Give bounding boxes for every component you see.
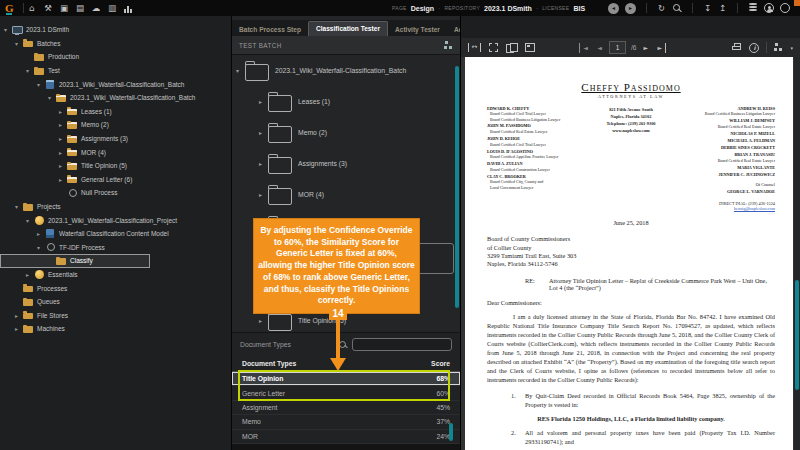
tree-item[interactable]: ▾Batches bbox=[0, 37, 231, 51]
caret-right-icon[interactable]: ▸ bbox=[259, 160, 268, 167]
result-row[interactable]: Assignment45% bbox=[232, 401, 460, 415]
tree-item[interactable]: ▸Essentials bbox=[0, 268, 231, 282]
viewer-scrollbar[interactable] bbox=[795, 280, 799, 390]
search-icon[interactable] bbox=[672, 3, 682, 13]
caret-right-icon[interactable]: ▸ bbox=[37, 230, 45, 237]
tree-item[interactable]: Classify bbox=[0, 254, 150, 268]
batch-tree-options-icon[interactable] bbox=[444, 41, 453, 50]
tree-item[interactable]: ▾2023.1_Wiki_Waterfall-Classification_Ba… bbox=[0, 77, 231, 91]
tree-item[interactable]: ▸MOR (4) bbox=[0, 145, 231, 159]
tab-advanced[interactable]: Advanced bbox=[447, 23, 461, 36]
upload-icon[interactable]: ↥ bbox=[718, 3, 727, 13]
chevron-down-icon[interactable]: ▾ bbox=[790, 45, 793, 51]
batch-tree-item[interactable]: ▸MOR (4) bbox=[232, 179, 454, 210]
tree-item[interactable]: ▸Assignments (3) bbox=[0, 132, 231, 146]
tab-activity-tester[interactable]: Activity Tester bbox=[388, 23, 447, 36]
caret-right-icon[interactable]: ▸ bbox=[259, 98, 268, 105]
caret-right-icon[interactable]: ▸ bbox=[15, 312, 23, 319]
caret-right-icon[interactable]: ▸ bbox=[59, 135, 67, 142]
thumbnails-icon[interactable] bbox=[525, 43, 535, 52]
layout-options-icon[interactable] bbox=[774, 43, 783, 52]
caret-down-icon[interactable]: ▾ bbox=[26, 217, 34, 224]
help-icon[interactable] bbox=[780, 3, 790, 13]
tree-item[interactable]: ▾Projects bbox=[0, 200, 231, 214]
caret-right-icon[interactable]: ▸ bbox=[259, 129, 268, 136]
repository-value[interactable]: 2023.1 DSmith bbox=[484, 5, 532, 12]
tree-item[interactable]: ▸Leases (1) bbox=[0, 105, 231, 119]
caret-right-icon[interactable]: ▸ bbox=[15, 325, 23, 332]
tree-item[interactable]: ▸Title Opinion (5) bbox=[0, 159, 231, 173]
stats-icon[interactable] bbox=[124, 3, 133, 13]
tree-scrollbar[interactable] bbox=[455, 66, 459, 308]
caret-down-icon[interactable]: ▾ bbox=[15, 40, 23, 47]
fitwidth-icon[interactable]: ↔ bbox=[468, 43, 481, 52]
tree-item[interactable]: ▸Waterfall Classification Content Model bbox=[0, 227, 231, 241]
back-icon[interactable]: ◂ bbox=[608, 3, 619, 14]
download-icon[interactable]: ↧ bbox=[703, 3, 712, 13]
copypages-icon[interactable] bbox=[506, 43, 517, 53]
batch-tree-item[interactable]: ▸Leases (1) bbox=[232, 86, 454, 117]
caret-down-icon[interactable]: ▾ bbox=[15, 203, 23, 210]
page-value[interactable]: Design bbox=[411, 5, 434, 12]
last-page-icon[interactable]: ► bbox=[655, 43, 666, 53]
result-row[interactable]: Memo37% bbox=[232, 415, 460, 429]
tab-classification-tester[interactable]: Classification Tester bbox=[308, 21, 388, 36]
print-icon[interactable] bbox=[732, 43, 742, 52]
result-row[interactable]: Generic Letter60% bbox=[232, 386, 460, 400]
caret-right-icon[interactable]: ▸ bbox=[59, 121, 67, 128]
forward-icon[interactable]: ▸ bbox=[625, 3, 636, 14]
caret-down-icon[interactable]: ▾ bbox=[236, 67, 245, 74]
document-types-search-input[interactable] bbox=[352, 338, 452, 351]
home-icon[interactable]: ⌂ bbox=[28, 3, 37, 13]
tree-item[interactable]: Production bbox=[0, 50, 231, 64]
caret-down-icon[interactable]: ▾ bbox=[37, 244, 45, 251]
caret-right-icon[interactable]: ▸ bbox=[259, 317, 268, 324]
tree-item[interactable]: ▸File Stores bbox=[0, 308, 231, 322]
tab-batch-process-step[interactable]: Batch Process Step bbox=[232, 23, 308, 36]
tree-item[interactable]: ▾2023.1_Wiki_Waterfall-Classification_Pr… bbox=[0, 213, 231, 227]
tree-item[interactable]: ▸Memo (2) bbox=[0, 118, 231, 132]
user-icon[interactable] bbox=[764, 3, 774, 13]
caret-right-icon[interactable]: ▸ bbox=[259, 191, 268, 198]
cloud-icon[interactable]: ☁ bbox=[92, 3, 101, 13]
tree-item[interactable]: Queues bbox=[0, 295, 231, 309]
caret-right-icon[interactable]: ▸ bbox=[59, 162, 67, 169]
batch-tree-item[interactable]: ▸Memo (2) bbox=[232, 117, 454, 148]
first-page-icon[interactable]: ◄ bbox=[579, 43, 590, 53]
caret-right-icon[interactable]: ▸ bbox=[26, 271, 34, 278]
caret-right-icon[interactable]: ▸ bbox=[59, 108, 67, 115]
caret-down-icon[interactable]: ▾ bbox=[48, 94, 56, 101]
tree-item[interactable]: ▾2023.1_Wiki_Waterfall-Classification_Ba… bbox=[0, 91, 231, 105]
horizontal-scroll-track[interactable] bbox=[232, 444, 460, 450]
caret-down-icon[interactable]: ▾ bbox=[4, 26, 12, 33]
previous-page-icon[interactable]: ◄ bbox=[595, 43, 604, 53]
batch-tree-item[interactable]: ▸Assignments (3) bbox=[232, 148, 454, 179]
tree-item[interactable]: ▸Machines bbox=[0, 322, 231, 336]
tree-item[interactable]: ▾TF-IDF Process bbox=[0, 241, 231, 255]
refresh-icon[interactable]: ↻ bbox=[657, 3, 666, 13]
fitpage-icon[interactable] bbox=[489, 43, 498, 52]
tree-item[interactable]: ▾Test bbox=[0, 64, 231, 78]
info-icon[interactable]: i bbox=[749, 43, 759, 53]
tree-item[interactable]: ▸General Letter (6) bbox=[0, 173, 231, 187]
caret-right-icon[interactable]: ▸ bbox=[59, 176, 67, 183]
page-number-input[interactable] bbox=[609, 41, 626, 54]
table-scrollbar[interactable] bbox=[449, 423, 453, 441]
database-icon[interactable] bbox=[748, 3, 758, 13]
archive-icon[interactable]: ▣ bbox=[60, 3, 69, 13]
tree-item[interactable]: ▾2023.1 DSmith bbox=[0, 23, 231, 37]
next-page-icon[interactable]: ► bbox=[641, 43, 650, 53]
licensee-value[interactable]: BIS bbox=[573, 5, 585, 12]
result-row[interactable]: Title Opinion68% bbox=[232, 372, 460, 386]
jobs-icon[interactable]: ▥ bbox=[108, 3, 117, 13]
caret-down-icon[interactable]: ▾ bbox=[26, 67, 34, 74]
tree-item[interactable]: Processes bbox=[0, 281, 231, 295]
caret-right-icon[interactable]: ▸ bbox=[59, 149, 67, 156]
content-icon[interactable]: ▤ bbox=[76, 3, 85, 13]
caret-down-icon[interactable]: ▾ bbox=[37, 81, 45, 88]
result-row[interactable]: MOR24% bbox=[232, 430, 460, 444]
viewer-scroll-track[interactable] bbox=[794, 57, 800, 450]
tools-icon[interactable]: ⚒ bbox=[44, 3, 53, 13]
tree-item[interactable]: Null Process bbox=[0, 186, 231, 200]
batch-tree-item[interactable]: ▾2023.1_Wiki_Waterfall-Classification_Ba… bbox=[232, 55, 454, 86]
